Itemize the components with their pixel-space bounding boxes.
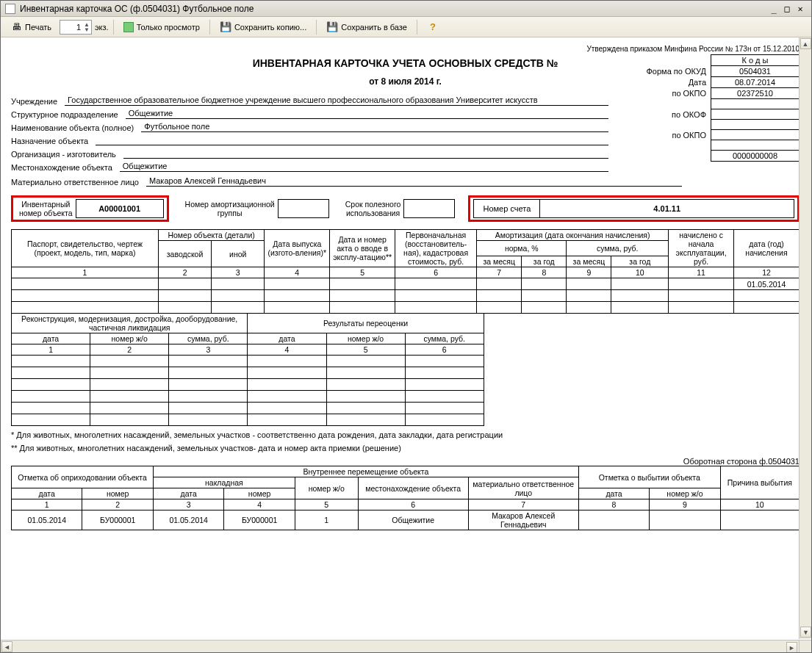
mol-value: Макаров Алексей Геннадьевич (146, 176, 682, 187)
document-icon (5, 4, 15, 14)
code-last: 0000000008 (711, 151, 800, 162)
scrollbar-corner (799, 640, 811, 652)
account-number-frame: Номер счета 4.01.11 (468, 195, 800, 222)
copies-label: экз. (95, 23, 109, 32)
save-copy-label: Сохранить копию... (234, 23, 306, 32)
okpo2-value (711, 130, 800, 140)
okpo-value: 02372510 (711, 88, 800, 99)
dept-value: Общежитие (126, 109, 608, 119)
print-button[interactable]: 🖶 Печать (5, 19, 57, 35)
scroll-up-button[interactable]: ▲ (800, 38, 811, 49)
minimize-button[interactable]: _ (767, 3, 780, 15)
approval-text: Утверждена приказом Минфина России № 173… (11, 45, 800, 53)
org-label: Учреждение (11, 97, 57, 106)
preview-label: Только просмотр (137, 23, 200, 32)
okud-label: Форма по ОКУД (642, 66, 711, 77)
help-icon: ? (427, 21, 439, 33)
document-viewport[interactable]: Утверждена приказом Минфина России № 173… (1, 37, 811, 652)
scroll-right-button[interactable]: ► (786, 642, 797, 652)
okof-label: по ОКОФ (642, 109, 711, 120)
main-table: Паспорт, свидетельство, чертеж (проект, … (11, 229, 800, 314)
close-button[interactable]: ✕ (794, 3, 807, 15)
inventory-number-frame: Инвентарныйномер объекта А00001001 (11, 195, 169, 222)
date-label: Дата (642, 77, 711, 88)
preview-button[interactable]: Только просмотр (118, 20, 205, 35)
stepper-arrows[interactable]: ▲▼ (84, 22, 90, 32)
okpo2-label: по ОКПО (642, 130, 711, 140)
printer-icon: 🖶 (10, 21, 22, 33)
save-icon: 💾 (220, 21, 231, 33)
dept-label: Структурное подразделение (11, 110, 118, 119)
date-value: 08.07.2014 (711, 77, 800, 88)
window-title: Инвентарная карточка ОС (ф.0504031) Футб… (20, 4, 254, 14)
print-label: Печать (25, 23, 51, 32)
save-db-label: Сохранить в базе (341, 23, 407, 32)
copies-input[interactable] (65, 22, 82, 32)
codes-header: К о д ы (711, 55, 800, 66)
mol-label: Материально ответственное лицо (11, 178, 139, 187)
table-row: 01.05.2014БУ00000101.05.2014 БУ0000011Об… (12, 511, 800, 530)
footnote-1: * Для животных, многолетних насаждений, … (11, 430, 800, 439)
reverse-side-note: Оборотная сторона ф.0504031 (11, 457, 800, 466)
loc-value: Общежитие (120, 162, 608, 172)
restore-button[interactable]: □ (780, 3, 794, 15)
okud-value: 0504031 (711, 66, 800, 77)
preview-icon (123, 22, 134, 32)
account-number: 4.01.11 (539, 199, 794, 218)
help-button[interactable]: ? (422, 19, 444, 35)
vertical-scrollbar[interactable]: ▲ ▼ (799, 37, 811, 639)
highlight-row: Инвентарныйномер объекта А00001001 Номер… (11, 195, 800, 222)
footnote-2: ** Для животных, многолетних насаждений,… (11, 444, 800, 452)
database-save-icon: 💾 (326, 21, 338, 33)
codes-table: К о д ы Форма по ОКУД0504031 Дата08.07.2… (642, 54, 800, 162)
okpo-label: по ОКПО (642, 88, 711, 99)
maker-value (123, 148, 608, 159)
save-db-button[interactable]: 💾 Сохранить в базе (321, 19, 412, 35)
secondary-table: Реконструкция, модернизация, достройка, … (11, 313, 484, 426)
okof-value (711, 109, 800, 120)
useful-life (403, 199, 455, 218)
amort-group (278, 199, 329, 218)
purpose-value (96, 135, 608, 145)
org-value: Государственное образовательное бюджетно… (65, 95, 608, 106)
app-window: Инвентарная карточка ОС (ф.0504031) Футб… (0, 0, 812, 653)
titlebar: Инвентарная карточка ОС (ф.0504031) Футб… (1, 1, 811, 17)
purpose-label: Назначение объекта (11, 137, 88, 145)
scroll-left-button[interactable]: ◄ (1, 641, 12, 652)
toolbar: 🖶 Печать ▲▼ экз. Только просмотр 💾 Сохра… (1, 17, 811, 37)
save-copy-button[interactable]: 💾 Сохранить копию... (215, 19, 312, 35)
loc-label: Местонахождение объекта (11, 163, 112, 172)
movement-table: Отметка об оприходовании объекта Внутрен… (11, 466, 800, 530)
accrual-date-cell: 01.05.2014 (734, 278, 800, 290)
document-body: Утверждена приказом Минфина России № 173… (1, 37, 811, 538)
copies-stepper[interactable]: ▲▼ (60, 20, 92, 35)
inventory-number: А00001001 (76, 199, 164, 218)
name-value: Футбольное поле (141, 122, 608, 132)
maker-label: Организация - изготовитель (11, 150, 116, 159)
account-label: Номер счета (473, 199, 539, 218)
horizontal-scrollbar[interactable]: ◄ ► (1, 640, 799, 652)
name-label: Наименование объекта (полное) (11, 123, 134, 132)
scroll-down-button[interactable]: ▼ (800, 627, 811, 638)
